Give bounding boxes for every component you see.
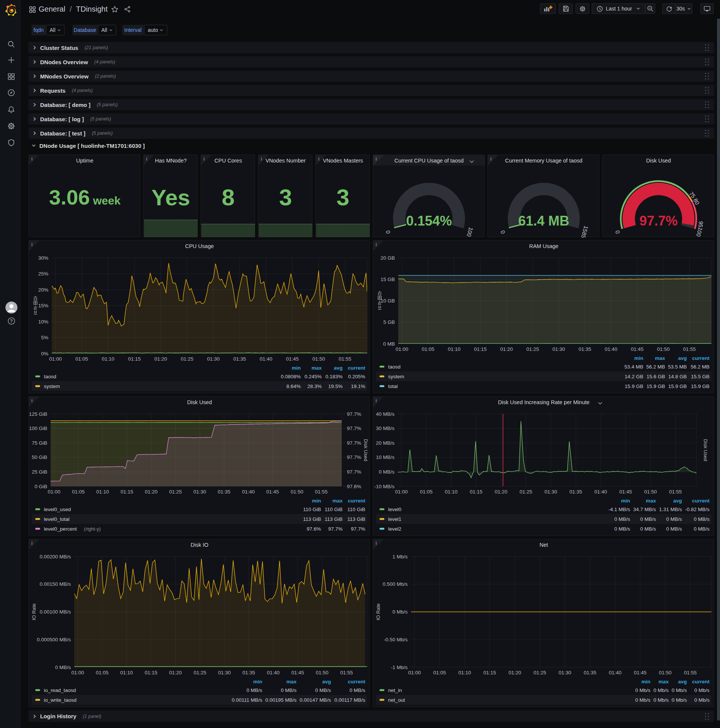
svg-text:125 GiB: 125 GiB [29,411,47,417]
svg-text:01:25: 01:25 [194,670,206,676]
svg-text:i: i [32,156,33,162]
svg-text:97.6%: 97.6% [347,484,361,489]
svg-text:01:15: 01:15 [121,489,134,495]
svg-text:01:50: 01:50 [657,346,670,352]
svg-text:34.7 MB/s: 34.7 MB/s [633,506,656,512]
svg-text:01:55: 01:55 [669,489,682,495]
svg-text:Yes: Yes [151,185,190,210]
svg-text:01:30: 01:30 [545,489,557,495]
svg-text:i: i [146,156,147,162]
svg-text:avg: avg [678,355,686,361]
svg-text:110 GiB: 110 GiB [303,506,321,512]
svg-text:01:35: 01:35 [579,346,591,352]
svg-text:0.245%: 0.245% [305,374,322,379]
svg-text:min: min [253,679,262,684]
svg-text:level1: level1 [388,516,401,522]
svg-text:10 MB/s: 10 MB/s [376,454,395,460]
svg-text:56.2 MB: 56.2 MB [646,364,665,370]
svg-text:01:15: 01:15 [128,356,141,362]
svg-text:taosd: taosd [388,364,401,370]
svg-text:1.31 MB/s: 1.31 MB/s [659,506,682,512]
svg-text:01:50: 01:50 [313,356,325,362]
svg-text:0 Mb/s: 0 Mb/s [654,687,669,693]
svg-text:system: system [388,374,404,379]
svg-text:0 MB/s: 0 MB/s [55,665,71,670]
svg-text:01:30: 01:30 [218,670,230,676]
svg-text:min: min [312,498,321,503]
svg-text:-0.50 Mb/s: -0.50 Mb/s [384,637,407,642]
svg-text:io_write_taosd: io_write_taosd [44,697,76,703]
svg-text:current: current [348,679,365,684]
svg-text:-1 Mb/s: -1 Mb/s [391,665,407,670]
svg-text:CPU Cores: CPU Cores [215,158,242,164]
svg-text:avg: avg [334,365,342,371]
svg-text:i: i [491,156,492,162]
svg-text:61.4 MB: 61.4 MB [518,213,569,228]
svg-text:113 GiB: 113 GiB [325,516,343,522]
svg-text:01:20: 01:20 [508,670,521,676]
svg-text:97.7%: 97.7% [347,411,361,417]
svg-text:01:05: 01:05 [75,356,88,362]
svg-text:current: current [692,355,709,361]
svg-text:max: max [287,679,297,684]
svg-text:0 MB/s: 0 MB/s [379,469,395,475]
svg-text:01:55: 01:55 [339,356,351,362]
svg-text:20 GB: 20 GB [381,255,395,261]
svg-text:0 MB/s: 0 MB/s [614,526,630,532]
svg-text:01:05: 01:05 [72,489,85,495]
svg-text:0 MB/s: 0 MB/s [694,526,709,532]
svg-text:Disk IO: Disk IO [191,542,209,548]
svg-text:Current Memory Usage of taosd: Current Memory Usage of taosd [505,158,583,164]
svg-text:01:30: 01:30 [552,346,565,352]
svg-text:40 MB/s: 40 MB/s [376,411,395,417]
svg-text:level0_total: level0_total [44,516,69,522]
svg-text:01:15: 01:15 [470,489,483,495]
svg-text:0.0808%: 0.0808% [281,374,301,379]
svg-text:25 GiB: 25 GiB [32,469,47,475]
svg-text:level0: level0 [388,506,401,512]
svg-text:i: i [376,242,377,247]
svg-text:01:25: 01:25 [169,489,182,495]
svg-text:0: 0 [384,229,392,234]
svg-text:01:45: 01:45 [266,489,279,495]
svg-text:CPU Usage: CPU Usage [185,243,214,249]
svg-text:01:20: 01:20 [145,489,157,495]
svg-text:01:25: 01:25 [526,346,539,352]
svg-text:97.7%: 97.7% [347,440,361,446]
svg-text:0 MB/s: 0 MB/s [349,687,365,693]
svg-text:95: 95 [697,221,704,228]
svg-text:100: 100 [695,227,704,237]
svg-text:0 MB/s: 0 MB/s [315,687,331,693]
svg-text:01:20: 01:20 [169,670,182,676]
svg-text:110 GiB: 110 GiB [347,506,365,512]
svg-text:15.9 GB: 15.9 GB [647,384,665,389]
svg-text:min: min [292,365,301,371]
svg-text:113 GiB: 113 GiB [303,516,321,522]
svg-text:-10 MB/s: -10 MB/s [374,484,395,489]
svg-text:01:05: 01:05 [422,346,435,352]
svg-text:50 GiB: 50 GiB [32,454,47,460]
svg-text:100: 100 [466,227,474,237]
svg-text:01:55: 01:55 [684,670,697,676]
svg-text:01:40: 01:40 [594,489,607,495]
svg-text:113 GiB: 113 GiB [347,516,365,522]
svg-text:i: i [376,398,377,404]
svg-text:(right-y): (right-y) [84,526,101,532]
svg-text:min: min [621,498,630,503]
svg-text:01:00: 01:00 [47,489,60,495]
svg-text:0.154%: 0.154% [406,213,452,228]
svg-text:01:00: 01:00 [395,489,407,495]
svg-text:max: max [312,365,322,371]
svg-text:min: min [634,355,643,361]
svg-text:0.00150 MB/s: 0.00150 MB/s [40,581,71,587]
svg-text:current: current [348,365,365,371]
svg-text:avg: avg [322,679,331,684]
svg-text:Disk Used Increasing Rate per: Disk Used Increasing Rate per Minute [498,399,589,405]
svg-text:110 GiB: 110 GiB [325,506,343,512]
svg-text:01:00: 01:00 [71,670,84,676]
svg-text:0 MB/s: 0 MB/s [666,516,682,522]
svg-text:01:20: 01:20 [495,489,507,495]
svg-text:Current CPU Usage of taosd: Current CPU Usage of taosd [395,158,464,164]
svg-text:total: total [388,384,398,389]
svg-text:io_read_taosd: io_read_taosd [44,687,76,693]
